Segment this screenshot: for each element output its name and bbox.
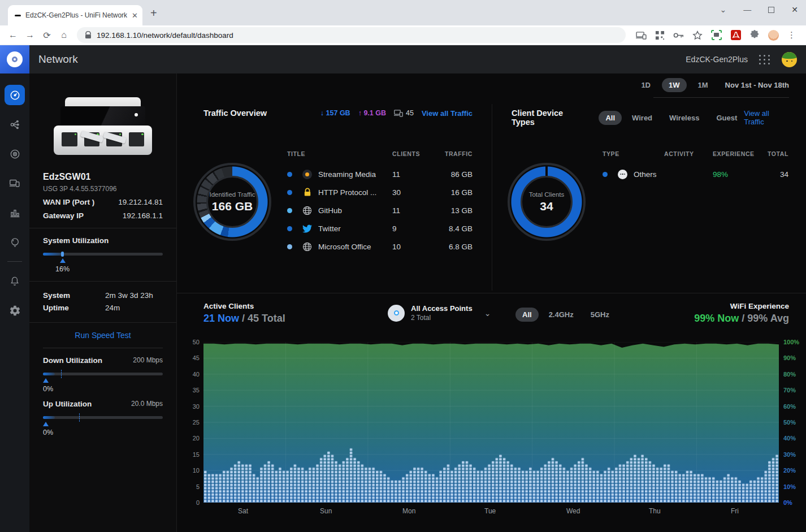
system-utilization-slider[interactable] (43, 253, 163, 256)
up-rate: 20.0 Mbps (131, 400, 163, 408)
active-clients-title: Active Clients (203, 302, 285, 310)
gateway-panel: EdzSGW01 USG 3P 4.4.55.5377096 WAN IP (P… (29, 73, 177, 532)
client-tab-all[interactable]: All (599, 111, 622, 125)
access-point-selector[interactable]: All Access Points 2 Total ⌄ (388, 304, 491, 322)
twitter-icon (302, 224, 312, 233)
cast-devices-icon[interactable] (636, 31, 647, 40)
y-axis-right-label: 50% (783, 419, 796, 426)
run-speed-test-link[interactable]: Run Speed Test (43, 331, 163, 340)
y-axis-right-label: 90% (783, 354, 796, 361)
range-1d[interactable]: 1D (634, 78, 657, 92)
client-tab-wired[interactable]: Wired (625, 111, 659, 125)
browser-tabstrip: EdzCK-Gen2Plus - UniFi Network ✕ + ⌄ — ✕ (0, 0, 806, 25)
extensions-puzzle-icon[interactable] (749, 30, 760, 40)
traffic-clients-count: 9 (392, 224, 433, 233)
browser-menu-icon[interactable]: ⋮ (787, 30, 796, 40)
client-experience: 98% (713, 170, 762, 179)
traffic-table-row[interactable]: GitHub 11 13 GB (287, 201, 473, 219)
client-type-row[interactable]: Others 98% 34 (603, 165, 788, 183)
traffic-table-row[interactable]: Microsoft Office 10 6.8 GB (287, 237, 473, 256)
window-close-icon[interactable]: ✕ (791, 5, 798, 14)
clients-view-all-link[interactable]: View all Traffic (744, 109, 788, 126)
sidebar-item-clients[interactable] (0, 168, 29, 198)
up-utilization-slider[interactable] (43, 416, 163, 419)
active-clients-chart: 051015202530354045500%10%20%30%40%50%60%… (177, 334, 806, 531)
window-minimize-icon[interactable]: — (743, 5, 751, 14)
traffic-clients-count: 10 (392, 243, 433, 251)
sidebar-item-notifications[interactable] (0, 266, 29, 296)
sidebar-item-settings[interactable] (0, 296, 29, 325)
bookmark-star-icon[interactable] (692, 31, 703, 40)
https-lock-icon (302, 188, 312, 197)
sidebar-divider (7, 261, 22, 262)
reload-icon[interactable]: ⟳ (40, 30, 54, 41)
client-tab-wireless[interactable]: Wireless (662, 111, 706, 125)
active-clients-header: Active Clients 21 Now / 45 Total All Acc… (203, 301, 789, 334)
y-axis-right-label: 60% (783, 403, 796, 410)
traffic-clients-count: 30 (392, 188, 433, 197)
tab-close-icon[interactable]: ✕ (132, 12, 138, 19)
user-avatar[interactable] (782, 52, 797, 67)
sidebar-item-devices[interactable] (0, 139, 29, 168)
chart-plot-area (203, 342, 779, 503)
adobe-acrobat-extension-icon[interactable] (731, 30, 741, 40)
down-utilization-marker (43, 378, 49, 383)
gateway-ip-row: Gateway IP 192.168.1.1 (43, 211, 163, 220)
app-header: Network EdzCK-Gen2Plus (0, 45, 806, 73)
sidebar-item-insights[interactable] (0, 227, 29, 257)
window-menu-chevron-icon[interactable]: ⌄ (720, 5, 727, 14)
unifi-logo[interactable] (0, 45, 29, 73)
active-clients-counts: 21 Now / 45 Total (203, 313, 285, 325)
down-utilization-slider[interactable] (43, 373, 163, 375)
traffic-table-row[interactable]: Streaming Media 11 86 GB (287, 165, 473, 183)
sidebar-item-dashboard[interactable] (0, 80, 29, 110)
band-tab-5ghz[interactable]: 5GHz (584, 308, 616, 322)
down-utilization-percent: 0% (43, 385, 163, 393)
band-tab-all[interactable]: All (515, 308, 539, 322)
apps-grid-icon[interactable] (759, 55, 770, 64)
traffic-view-all-link[interactable]: View all Traffic (422, 109, 473, 118)
qr-scan-icon[interactable] (655, 31, 665, 40)
key-icon[interactable] (673, 32, 684, 38)
range-1w[interactable]: 1W (662, 78, 687, 92)
client-tab-guest[interactable]: Guest (709, 111, 744, 125)
down-utilization-label: Down Utilization (43, 356, 102, 365)
system-utilization-marker (60, 258, 66, 263)
download-total: ↓ 157 GB (320, 109, 350, 117)
home-icon[interactable]: ⌂ (57, 30, 71, 40)
browser-tab[interactable]: EdzCK-Gen2Plus - UniFi Network ✕ (8, 5, 142, 25)
eth-port (129, 132, 145, 146)
traffic-amount: 8.4 GB (433, 224, 473, 233)
browser-profile-avatar[interactable] (768, 30, 779, 41)
new-tab-button[interactable]: + (150, 7, 157, 20)
window-maximize-icon[interactable] (768, 7, 774, 13)
device-name[interactable]: EdzSGW01 (43, 172, 163, 182)
traffic-table-row[interactable]: HTTP Protocol ... 30 16 GB (287, 183, 473, 201)
app-title: Network (38, 53, 78, 66)
others-icon (618, 170, 627, 179)
x-axis-day-label: Sun (320, 507, 332, 515)
y-axis-right-label: 70% (783, 387, 796, 393)
date-range-label[interactable]: Nov 1st - Nov 18th (725, 81, 789, 89)
chevron-down-icon: ⌄ (484, 309, 491, 318)
site-name[interactable]: EdzCK-Gen2Plus (686, 55, 748, 64)
access-point-icon (388, 305, 405, 322)
client-device-types-title: Client Device Types (512, 109, 584, 127)
url-field[interactable]: 192.168.1.10/network/default/dashboard (77, 27, 626, 43)
ap-selector-name: All Access Points (411, 304, 473, 313)
y-axis-right-label: 100% (783, 339, 799, 345)
traffic-table-row[interactable]: Twitter 9 8.4 GB (287, 219, 473, 237)
time-range-selector: 1D1W1MNov 1st - Nov 18th (634, 78, 789, 92)
sidebar-item-topology[interactable] (0, 110, 29, 139)
bell-icon (9, 275, 20, 287)
screenshot-extension-icon[interactable] (711, 30, 722, 40)
range-1m[interactable]: 1M (691, 78, 715, 92)
traffic-amount: 6.8 GB (433, 243, 473, 251)
band-tab-2.4ghz[interactable]: 2.4GHz (542, 308, 580, 322)
traffic-clients-count: 11 (392, 206, 433, 215)
addressbar-icons: ⋮ (631, 30, 800, 41)
back-icon[interactable]: ← (6, 30, 20, 40)
device-firmware: USG 3P 4.4.55.5377096 (43, 185, 163, 193)
forward-icon[interactable]: → (23, 30, 37, 40)
sidebar-item-statistics[interactable] (0, 198, 29, 227)
